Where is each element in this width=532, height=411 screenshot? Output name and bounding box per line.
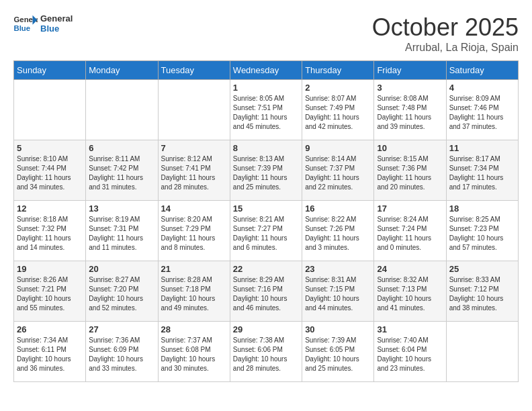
week-row-2: 5Sunrise: 8:10 AM Sunset: 7:44 PM Daylig… xyxy=(14,140,519,201)
weekday-header-friday: Friday xyxy=(374,61,446,80)
weekday-header-row: SundayMondayTuesdayWednesdayThursdayFrid… xyxy=(14,61,519,80)
calendar-cell: 13Sunrise: 8:19 AM Sunset: 7:31 PM Dayli… xyxy=(86,201,158,261)
weekday-header-thursday: Thursday xyxy=(302,61,374,80)
day-info: Sunrise: 8:12 AM Sunset: 7:41 PM Dayligh… xyxy=(161,154,227,192)
location-subtitle: Arrubal, La Rioja, Spain xyxy=(372,42,519,54)
day-number: 17 xyxy=(377,203,443,214)
calendar-cell: 22Sunrise: 8:29 AM Sunset: 7:16 PM Dayli… xyxy=(230,261,302,322)
calendar-cell: 3Sunrise: 8:08 AM Sunset: 7:48 PM Daylig… xyxy=(374,80,446,140)
day-number: 9 xyxy=(305,143,371,153)
day-number: 4 xyxy=(449,83,515,93)
day-number: 18 xyxy=(449,203,515,214)
page-header: General Blue General Blue October 2025 A… xyxy=(13,13,519,54)
day-info: Sunrise: 8:32 AM Sunset: 7:13 PM Dayligh… xyxy=(377,275,443,313)
day-number: 10 xyxy=(377,143,443,153)
month-title: October 2025 xyxy=(372,13,519,42)
day-number: 2 xyxy=(305,83,371,93)
day-number: 16 xyxy=(305,203,371,214)
calendar-cell: 16Sunrise: 8:22 AM Sunset: 7:26 PM Dayli… xyxy=(302,201,374,261)
calendar-cell: 9Sunrise: 8:14 AM Sunset: 7:37 PM Daylig… xyxy=(302,140,374,201)
day-info: Sunrise: 8:09 AM Sunset: 7:46 PM Dayligh… xyxy=(449,94,515,132)
day-info: Sunrise: 8:21 AM Sunset: 7:27 PM Dayligh… xyxy=(233,215,299,253)
day-info: Sunrise: 7:40 AM Sunset: 6:04 PM Dayligh… xyxy=(377,336,443,373)
logo-line2: Blue xyxy=(40,24,73,34)
day-number: 6 xyxy=(89,143,154,153)
day-info: Sunrise: 8:28 AM Sunset: 7:18 PM Dayligh… xyxy=(161,275,227,313)
day-number: 28 xyxy=(161,324,227,334)
day-info: Sunrise: 8:05 AM Sunset: 7:51 PM Dayligh… xyxy=(233,94,299,132)
day-info: Sunrise: 8:14 AM Sunset: 7:37 PM Dayligh… xyxy=(305,154,371,192)
day-info: Sunrise: 8:31 AM Sunset: 7:15 PM Dayligh… xyxy=(305,275,371,313)
day-info: Sunrise: 8:15 AM Sunset: 7:36 PM Dayligh… xyxy=(377,154,443,192)
weekday-header-saturday: Saturday xyxy=(446,61,518,80)
calendar-cell: 27Sunrise: 7:36 AM Sunset: 6:09 PM Dayli… xyxy=(86,322,158,382)
day-number: 27 xyxy=(89,324,154,334)
calendar-cell: 24Sunrise: 8:32 AM Sunset: 7:13 PM Dayli… xyxy=(374,261,446,322)
day-info: Sunrise: 8:25 AM Sunset: 7:23 PM Dayligh… xyxy=(449,215,515,253)
day-number: 3 xyxy=(377,83,443,93)
calendar-cell: 4Sunrise: 8:09 AM Sunset: 7:46 PM Daylig… xyxy=(446,80,518,140)
calendar-cell xyxy=(86,80,158,140)
day-number: 30 xyxy=(305,324,371,334)
day-number: 25 xyxy=(449,264,515,274)
calendar-cell: 8Sunrise: 8:13 AM Sunset: 7:39 PM Daylig… xyxy=(230,140,302,201)
calendar-cell: 18Sunrise: 8:25 AM Sunset: 7:23 PM Dayli… xyxy=(446,201,518,261)
calendar-cell: 7Sunrise: 8:12 AM Sunset: 7:41 PM Daylig… xyxy=(158,140,230,201)
day-number: 7 xyxy=(161,143,227,153)
calendar-cell: 1Sunrise: 8:05 AM Sunset: 7:51 PM Daylig… xyxy=(230,80,302,140)
day-info: Sunrise: 8:29 AM Sunset: 7:16 PM Dayligh… xyxy=(233,275,299,313)
logo-line1: General xyxy=(40,13,73,24)
day-number: 21 xyxy=(161,264,227,274)
day-info: Sunrise: 8:08 AM Sunset: 7:48 PM Dayligh… xyxy=(377,94,443,132)
day-info: Sunrise: 8:18 AM Sunset: 7:32 PM Dayligh… xyxy=(17,215,83,253)
week-row-4: 19Sunrise: 8:26 AM Sunset: 7:21 PM Dayli… xyxy=(14,261,519,322)
calendar-cell: 20Sunrise: 8:27 AM Sunset: 7:20 PM Dayli… xyxy=(86,261,158,322)
calendar-cell: 29Sunrise: 7:38 AM Sunset: 6:06 PM Dayli… xyxy=(230,322,302,382)
svg-text:Blue: Blue xyxy=(14,24,31,32)
day-info: Sunrise: 8:27 AM Sunset: 7:20 PM Dayligh… xyxy=(89,275,154,313)
day-info: Sunrise: 7:38 AM Sunset: 6:06 PM Dayligh… xyxy=(233,336,299,373)
title-block: October 2025 Arrubal, La Rioja, Spain xyxy=(372,13,519,54)
day-info: Sunrise: 8:11 AM Sunset: 7:42 PM Dayligh… xyxy=(89,154,154,192)
calendar-cell: 31Sunrise: 7:40 AM Sunset: 6:04 PM Dayli… xyxy=(374,322,446,382)
day-number: 26 xyxy=(17,324,83,334)
calendar-cell: 2Sunrise: 8:07 AM Sunset: 7:49 PM Daylig… xyxy=(302,80,374,140)
calendar-cell xyxy=(14,80,86,140)
calendar-cell: 21Sunrise: 8:28 AM Sunset: 7:18 PM Dayli… xyxy=(158,261,230,322)
calendar-cell: 14Sunrise: 8:20 AM Sunset: 7:29 PM Dayli… xyxy=(158,201,230,261)
day-info: Sunrise: 8:17 AM Sunset: 7:34 PM Dayligh… xyxy=(449,154,515,192)
calendar-table: SundayMondayTuesdayWednesdayThursdayFrid… xyxy=(13,60,519,382)
calendar-cell: 26Sunrise: 7:34 AM Sunset: 6:11 PM Dayli… xyxy=(14,322,86,382)
day-info: Sunrise: 7:37 AM Sunset: 6:08 PM Dayligh… xyxy=(161,336,227,373)
calendar-cell: 23Sunrise: 8:31 AM Sunset: 7:15 PM Dayli… xyxy=(302,261,374,322)
day-info: Sunrise: 7:39 AM Sunset: 6:05 PM Dayligh… xyxy=(305,336,371,373)
week-row-3: 12Sunrise: 8:18 AM Sunset: 7:32 PM Dayli… xyxy=(14,201,519,261)
day-number: 1 xyxy=(233,83,299,93)
day-info: Sunrise: 8:33 AM Sunset: 7:12 PM Dayligh… xyxy=(449,275,515,313)
day-number: 5 xyxy=(17,143,83,153)
weekday-header-monday: Monday xyxy=(86,61,158,80)
day-info: Sunrise: 8:13 AM Sunset: 7:39 PM Dayligh… xyxy=(233,154,299,192)
day-number: 8 xyxy=(233,143,299,153)
calendar-cell: 5Sunrise: 8:10 AM Sunset: 7:44 PM Daylig… xyxy=(14,140,86,201)
day-number: 31 xyxy=(377,324,443,334)
day-info: Sunrise: 8:20 AM Sunset: 7:29 PM Dayligh… xyxy=(161,215,227,253)
weekday-header-wednesday: Wednesday xyxy=(230,61,302,80)
day-number: 29 xyxy=(233,324,299,334)
day-number: 14 xyxy=(161,203,227,214)
day-info: Sunrise: 8:26 AM Sunset: 7:21 PM Dayligh… xyxy=(17,275,83,313)
week-row-5: 26Sunrise: 7:34 AM Sunset: 6:11 PM Dayli… xyxy=(14,322,519,382)
logo: General Blue General Blue xyxy=(13,13,73,34)
day-info: Sunrise: 7:34 AM Sunset: 6:11 PM Dayligh… xyxy=(17,336,83,373)
day-number: 13 xyxy=(89,203,154,214)
calendar-cell: 12Sunrise: 8:18 AM Sunset: 7:32 PM Dayli… xyxy=(14,201,86,261)
day-number: 12 xyxy=(17,203,83,214)
week-row-1: 1Sunrise: 8:05 AM Sunset: 7:51 PM Daylig… xyxy=(14,80,519,140)
day-info: Sunrise: 8:19 AM Sunset: 7:31 PM Dayligh… xyxy=(89,215,154,253)
day-number: 11 xyxy=(449,143,515,153)
weekday-header-tuesday: Tuesday xyxy=(158,61,230,80)
calendar-cell xyxy=(446,322,518,382)
day-info: Sunrise: 8:07 AM Sunset: 7:49 PM Dayligh… xyxy=(305,94,371,132)
day-number: 24 xyxy=(377,264,443,274)
day-info: Sunrise: 8:24 AM Sunset: 7:24 PM Dayligh… xyxy=(377,215,443,253)
